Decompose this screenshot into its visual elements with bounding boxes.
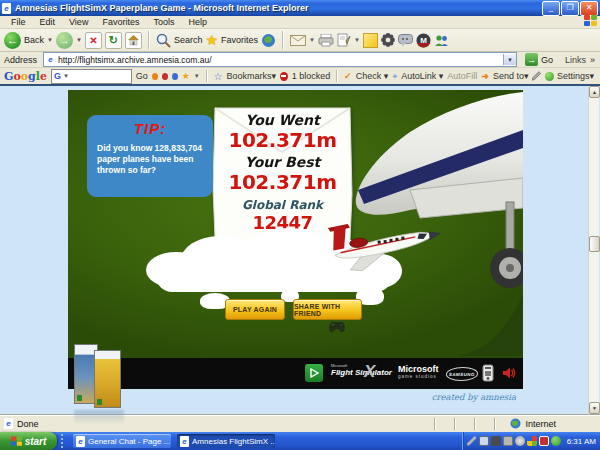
forward-button[interactable]: → — [56, 32, 73, 49]
blocked-label[interactable]: 1 blocked — [292, 71, 331, 81]
fsx-logo: Microsoft Flight Simulator — [331, 363, 392, 377]
games-badge-icon — [305, 364, 323, 382]
go-button[interactable]: → Go — [525, 53, 553, 66]
bookmarks-label[interactable]: Bookmarks▾ — [226, 71, 276, 81]
favorites-label[interactable]: Favorites — [221, 35, 258, 45]
fsx-deluxe-box — [94, 350, 121, 408]
status-page-icon: e — [4, 418, 13, 429]
address-url[interactable]: http://flightsimx.archive.amnesia.com.au… — [58, 55, 212, 65]
you-went-label: You Went — [212, 112, 353, 128]
your-best-value: 102.371m — [212, 170, 353, 194]
google-mini-icon-2[interactable] — [162, 73, 168, 80]
rating-badge — [77, 395, 82, 401]
links-chevron-icon[interactable]: » — [590, 55, 595, 65]
google-go-dropdown-icon[interactable]: ▼ — [194, 73, 200, 79]
home-button[interactable] — [125, 32, 142, 49]
microsoft-label: Microsoft — [398, 364, 439, 374]
sound-toggle-icon[interactable] — [502, 366, 516, 380]
quick-launch-grip[interactable] — [61, 434, 67, 448]
edit-icon[interactable] — [337, 33, 351, 47]
settings-label[interactable]: Settings▾ — [557, 71, 594, 81]
scroll-up-button[interactable]: ▲ — [589, 86, 600, 98]
stop-button[interactable]: ✕ — [85, 32, 102, 49]
menu-file[interactable]: File — [4, 17, 33, 27]
discuss-note-icon[interactable] — [363, 33, 378, 48]
highlighter-pencil-icon[interactable] — [532, 71, 541, 81]
forward-dropdown-icon[interactable]: ▼ — [76, 37, 82, 43]
print-icon[interactable] — [318, 34, 334, 47]
pinwheel-icon[interactable] — [381, 33, 395, 47]
google-go-label[interactable]: Go — [136, 71, 148, 81]
address-label: Address — [4, 55, 37, 65]
you-went-value: 102.371m — [212, 128, 353, 152]
tray-monitor-icon[interactable] — [479, 436, 489, 446]
address-input[interactable]: e http://flightsimx.archive.amnesia.com.… — [43, 52, 517, 67]
tray-pen-icon[interactable] — [467, 436, 477, 446]
toolbar-separator — [148, 31, 150, 49]
google-mini-icon-3[interactable] — [172, 73, 178, 80]
menu-favorites[interactable]: Favorites — [95, 17, 146, 27]
refresh-button[interactable]: ↻ — [105, 32, 122, 49]
mail-dropdown-icon[interactable]: ▼ — [309, 37, 315, 43]
back-button[interactable]: ← — [4, 32, 21, 49]
close-button[interactable]: ✕ — [580, 1, 598, 16]
check-icon: ✓ — [344, 71, 352, 81]
back-dropdown-icon[interactable]: ▼ — [47, 37, 53, 43]
restore-button[interactable]: ❐ — [561, 1, 579, 16]
menu-help[interactable]: Help — [181, 17, 214, 27]
credits-text: created by amnesia — [400, 392, 516, 402]
start-label[interactable]: start — [25, 436, 47, 447]
bookmarks-star-icon[interactable]: ☆ — [214, 71, 223, 82]
menu-edit[interactable]: Edit — [33, 17, 63, 27]
menu-tools[interactable]: Tools — [146, 17, 181, 27]
autofill-label[interactable]: AutoFill — [447, 71, 477, 81]
start-button[interactable]: start — [0, 432, 57, 450]
mail-icon[interactable] — [290, 35, 306, 46]
status-text: Done — [17, 419, 39, 429]
tray-update-icon[interactable] — [551, 436, 561, 446]
favorites-icon[interactable]: ★ — [205, 32, 218, 48]
task-label[interactable]: General Chat - Page ... — [88, 437, 170, 446]
scrollbar-thumb[interactable] — [589, 236, 600, 252]
links-label[interactable]: Links — [565, 55, 586, 65]
task-label[interactable]: Amnesias FlightSimX ... — [192, 437, 275, 446]
google-star-icon[interactable]: ★ — [182, 71, 190, 81]
scroll-down-button[interactable]: ▼ — [589, 402, 600, 414]
tray-printer-icon[interactable] — [503, 436, 513, 446]
google-search-input[interactable]: G ▼ — [51, 69, 132, 84]
people-icon[interactable] — [434, 34, 449, 47]
edit-dropdown-icon[interactable]: ▼ — [354, 37, 360, 43]
search-label[interactable]: Search — [174, 35, 203, 45]
task-general-chat[interactable]: e General Chat - Page ... — [73, 434, 171, 448]
tray-circle-icon[interactable] — [515, 436, 525, 446]
task-flightsimx[interactable]: e Amnesias FlightSimX ... — [177, 434, 275, 448]
check-label[interactable]: Check ▾ — [356, 71, 389, 81]
m-badge-icon[interactable]: M — [416, 33, 431, 48]
vertical-scrollbar[interactable]: ▲ ▼ — [588, 86, 599, 416]
google-search-dropdown-icon[interactable]: ▼ — [63, 73, 69, 79]
go-label[interactable]: Go — [541, 55, 553, 65]
menu-view[interactable]: View — [62, 17, 95, 27]
google-mini-icon-1[interactable] — [152, 73, 158, 80]
history-icon[interactable] — [261, 33, 276, 48]
minimize-button[interactable]: _ — [542, 1, 560, 16]
your-best-label: Your Best — [212, 154, 353, 170]
share-with-friend-button[interactable]: SHARE WITH FRIEND — [293, 299, 362, 320]
tray-display-icon[interactable] — [539, 436, 549, 446]
system-tray: 6:31 AM — [462, 432, 600, 450]
autolink-label[interactable]: AutoLink ▾ — [401, 71, 443, 81]
chat-bubble-icon[interactable] — [398, 34, 413, 47]
google-settings-button[interactable]: Settings▾ — [545, 71, 594, 81]
address-dropdown-icon[interactable]: ▼ — [503, 54, 516, 65]
google-g-icon: G — [54, 71, 61, 81]
search-icon[interactable] — [156, 33, 171, 48]
back-label[interactable]: Back — [24, 35, 44, 45]
sendto-label[interactable]: Send to▾ — [493, 71, 529, 81]
tray-app-icon[interactable] — [491, 436, 501, 446]
address-bar: Address e http://flightsimx.archive.amne… — [0, 52, 600, 68]
status-separator — [474, 418, 476, 430]
popup-blocker-icon[interactable] — [280, 72, 288, 81]
samsung-logo: SAMSUNG — [445, 367, 479, 381]
play-again-button[interactable]: PLAY AGAIN — [225, 299, 285, 320]
tray-security-icon[interactable] — [527, 436, 537, 446]
